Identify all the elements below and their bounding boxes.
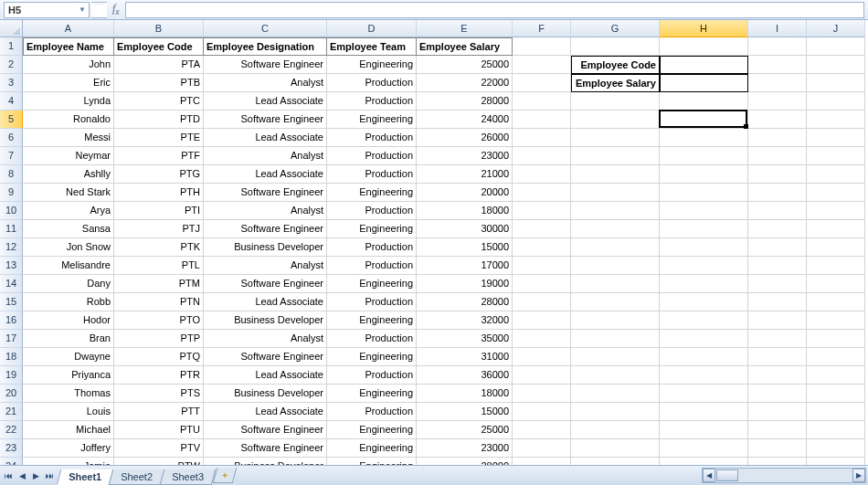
cell-H22[interactable] [660,421,748,439]
cell-I17[interactable] [748,330,807,348]
cell-F24[interactable] [513,458,571,465]
cell-F19[interactable] [513,366,571,385]
cell-I9[interactable] [748,184,807,202]
row-header-4[interactable]: 4 [0,92,23,111]
cell-G21[interactable] [571,403,660,421]
cell-A20[interactable]: Thomas [23,385,114,403]
cell-A14[interactable]: Dany [23,275,114,293]
cell-J7[interactable] [807,147,865,165]
cell-D13[interactable]: Production [327,257,417,275]
cell-A18[interactable]: Dwayne [23,348,114,366]
cell-C2[interactable]: Software Engineer [204,56,327,74]
cell-H24[interactable] [660,458,748,465]
cell-H10[interactable] [660,202,748,220]
row-header-17[interactable]: 17 [0,330,23,348]
cell-F11[interactable] [513,220,571,238]
cell-D18[interactable]: Engineering [327,348,417,366]
cell-J22[interactable] [807,421,865,439]
row-header-1[interactable]: 1 [0,37,23,56]
row-header-23[interactable]: 23 [0,439,23,458]
cell-J20[interactable] [807,385,865,403]
cell-D14[interactable]: Engineering [327,275,417,293]
row-header-5[interactable]: 5 [0,111,23,129]
cell-J10[interactable] [807,202,865,220]
col-header-G[interactable]: G [571,20,660,37]
cell-I14[interactable] [748,275,807,293]
row-header-15[interactable]: 15 [0,293,23,311]
next-sheet-button[interactable]: ▶ [29,469,43,483]
insert-function-button[interactable]: fx [107,2,125,16]
cell-B15[interactable]: PTN [114,293,204,311]
cell-C9[interactable]: Software Engineer [204,184,327,202]
cell-F18[interactable] [513,348,571,366]
cell-H21[interactable] [660,403,748,421]
cell-E8[interactable]: 21000 [417,165,513,184]
cell-D9[interactable]: Engineering [327,184,417,202]
cell-C24[interactable]: Business Developer [204,458,327,465]
cell-G22[interactable] [571,421,660,439]
cell-J13[interactable] [807,257,865,275]
row-header-8[interactable]: 8 [0,165,23,184]
cell-C7[interactable]: Analyst [204,147,327,165]
cell-F23[interactable] [513,439,571,458]
cell-C19[interactable]: Lead Associate [204,366,327,385]
cell-B11[interactable]: PTJ [114,220,204,238]
cell-D16[interactable]: Engineering [327,311,417,330]
cell-B19[interactable]: PTR [114,366,204,385]
cell-B17[interactable]: PTP [114,330,204,348]
cell-A13[interactable]: Melisandre [23,257,114,275]
cell-H18[interactable] [660,348,748,366]
cell-E24[interactable]: 28000 [417,458,513,465]
cell-G7[interactable] [571,147,660,165]
cell-D5[interactable]: Engineering [327,111,417,129]
cell-I12[interactable] [748,238,807,257]
col-header-H[interactable]: H [660,20,748,37]
cell-E3[interactable]: 22000 [417,74,513,92]
cell-B20[interactable]: PTS [114,385,204,403]
cell-D23[interactable]: Engineering [327,439,417,458]
cell-G14[interactable] [571,275,660,293]
cell-F20[interactable] [513,385,571,403]
cell-A21[interactable]: Louis [23,403,114,421]
col-header-F[interactable]: F [513,20,571,37]
cell-H13[interactable] [660,257,748,275]
cell-I11[interactable] [748,220,807,238]
cell-J3[interactable] [807,74,865,92]
cell-C8[interactable]: Lead Associate [204,165,327,184]
cells-area[interactable]: Employee NameEmployee CodeEmployee Desig… [23,37,868,465]
new-sheet-button[interactable]: ✦ [213,468,238,483]
cell-D3[interactable]: Production [327,74,417,92]
cell-E20[interactable]: 18000 [417,385,513,403]
cell-G3[interactable]: Employee Salary [571,74,660,92]
cell-F8[interactable] [513,165,571,184]
cell-G1[interactable] [571,37,660,56]
row-header-9[interactable]: 9 [0,184,23,202]
cell-E1[interactable]: Employee Salary [417,37,513,56]
cell-A10[interactable]: Arya [23,202,114,220]
scroll-right-button[interactable]: ▶ [852,469,865,482]
cell-D7[interactable]: Production [327,147,417,165]
cell-A17[interactable]: Bran [23,330,114,348]
cell-F2[interactable] [513,56,571,74]
cell-C12[interactable]: Business Developer [204,238,327,257]
horizontal-scrollbar[interactable]: ◀ ▶ [702,468,866,483]
cell-H16[interactable] [660,311,748,330]
last-sheet-button[interactable]: ⏭ [43,469,57,483]
cell-E14[interactable]: 19000 [417,275,513,293]
row-header-7[interactable]: 7 [0,147,23,165]
cell-G24[interactable] [571,458,660,465]
cell-J5[interactable] [807,111,865,129]
cell-G15[interactable] [571,293,660,311]
cell-J1[interactable] [807,37,865,56]
cell-I15[interactable] [748,293,807,311]
cell-H6[interactable] [660,129,748,147]
cell-E17[interactable]: 35000 [417,330,513,348]
cell-A8[interactable]: Ashlly [23,165,114,184]
first-sheet-button[interactable]: ⏮ [2,469,16,483]
cell-H9[interactable] [660,184,748,202]
cell-D1[interactable]: Employee Team [327,37,417,56]
cell-A19[interactable]: Priyanca [23,366,114,385]
cell-A9[interactable]: Ned Stark [23,184,114,202]
cell-F4[interactable] [513,92,571,111]
col-header-E[interactable]: E [417,20,513,37]
